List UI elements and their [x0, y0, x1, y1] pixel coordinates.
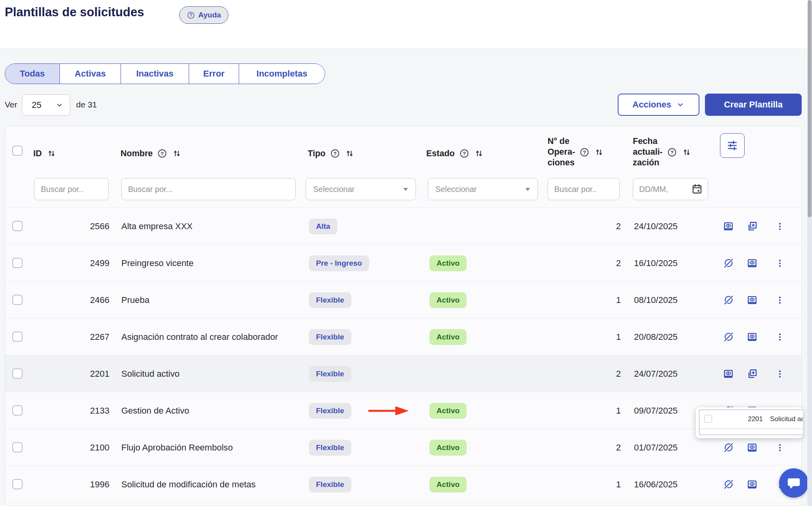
question-circle-icon[interactable]: ? [667, 147, 677, 157]
topbar: Plantillas de solicitudes ? Ayuda [0, 0, 812, 49]
help-button[interactable]: ? Ayuda [179, 6, 228, 24]
sort-icon[interactable] [474, 148, 484, 159]
drag-ghost-checkbox [704, 415, 712, 423]
sort-icon[interactable] [345, 148, 355, 159]
row-checkbox[interactable] [12, 405, 23, 416]
chat-button[interactable] [779, 468, 808, 498]
row-checkbox[interactable] [12, 221, 23, 231]
column-settings-button[interactable] [720, 133, 745, 158]
svg-text:?: ? [333, 151, 337, 157]
sort-icon[interactable] [682, 147, 692, 157]
row-operaciones: 1 [576, 466, 621, 503]
row-fecha: 24/07/2025 [634, 355, 678, 392]
tab-inactivas[interactable]: Inactivas [121, 64, 189, 84]
actions-button-label: Acciones [632, 100, 671, 110]
filter-nombre-input[interactable] [121, 178, 296, 200]
more-actions-button[interactable] [775, 208, 785, 245]
row-checkbox[interactable] [12, 368, 23, 379]
estado-badge: Activo [429, 329, 467, 345]
filter-fecha-input[interactable]: DD/MM, [633, 178, 708, 200]
row-name: Solicitud de modificación de metas [121, 466, 280, 503]
chat-bubble-icon [786, 475, 801, 491]
column-header-operaciones: N° de Opera- ciones ? [548, 136, 604, 168]
templates-table: ID Nombre ? Tipo ? Estado ? N° de Opera-… [5, 126, 802, 506]
question-circle-icon[interactable]: ? [459, 148, 469, 159]
row-fecha: 09/07/2025 [634, 392, 678, 429]
sort-icon[interactable] [46, 148, 57, 159]
eye-preview-icon[interactable] [746, 282, 758, 318]
row-name: Flujo Aprobación Reembolso [121, 429, 280, 466]
more-actions-button[interactable] [775, 282, 785, 318]
more-actions-button[interactable] [775, 318, 785, 355]
row-name: Prueba [121, 282, 280, 318]
row-id: 2499 [34, 245, 109, 282]
calendar-icon [691, 183, 703, 195]
watch-off-icon[interactable] [722, 466, 734, 503]
page-title: Plantillas de solicitudes [5, 5, 144, 19]
create-template-button[interactable]: Crear Plantilla [705, 94, 802, 116]
estado-badge: Activo [429, 255, 467, 271]
row-name: Asignación contrato al crear colaborador [121, 318, 280, 355]
page-size-select[interactable]: 25 [22, 94, 70, 116]
eye-preview-icon[interactable] [722, 208, 734, 245]
table-row: 2133 Gestion de Activo Flexible Activo 1… [5, 392, 801, 429]
filter-operaciones-input[interactable] [548, 178, 620, 200]
drag-ghost-id: 2201 [723, 415, 763, 423]
watch-off-icon[interactable] [722, 282, 734, 318]
estado-badge: Activo [429, 477, 467, 493]
row-name: Solicitud activo [121, 355, 280, 392]
scrollbar-track [807, 214, 812, 506]
estado-badge: Activo [429, 440, 467, 456]
filter-tipo-select[interactable]: Seleccionar [306, 178, 416, 200]
tipo-badge: Pre - Ingreso [309, 255, 369, 271]
svg-text:?: ? [583, 149, 586, 155]
sort-icon[interactable] [594, 147, 604, 157]
row-id: 2566 [34, 208, 109, 245]
question-circle-icon[interactable]: ? [157, 148, 167, 159]
scrollbar-thumb[interactable] [808, 0, 812, 217]
column-header-tipo: Tipo ? [308, 148, 355, 159]
question-circle-icon[interactable]: ? [330, 148, 340, 159]
duplicate-plus-icon[interactable] [746, 208, 758, 245]
tab-error[interactable]: Error [189, 64, 239, 84]
tab-incompletas[interactable]: Incompletas [239, 64, 325, 84]
eye-preview-icon[interactable] [722, 355, 734, 392]
tipo-badge: Flexible [309, 403, 351, 419]
filter-id-input[interactable] [34, 178, 109, 200]
watch-off-icon[interactable] [722, 245, 734, 282]
row-checkbox[interactable] [12, 295, 23, 305]
more-actions-button[interactable] [775, 245, 785, 282]
more-actions-button[interactable] [775, 355, 785, 392]
table-row: 2100 Flujo Aprobación Reembolso Flexible… [5, 429, 801, 466]
eye-preview-icon[interactable] [746, 466, 758, 503]
tab-todas[interactable]: Todas [5, 64, 60, 84]
row-operaciones: 2 [576, 355, 621, 392]
help-button-label: Ayuda [198, 11, 221, 19]
table-row: 2499 Preingreso vicente Pre - Ingreso Ac… [5, 244, 801, 281]
filter-estado-select[interactable]: Seleccionar [428, 178, 538, 200]
drag-ghost-name: Solicitud activ [770, 415, 803, 423]
watch-off-icon[interactable] [722, 318, 734, 355]
select-all-checkbox[interactable] [12, 146, 23, 156]
row-fecha: 24/10/2025 [634, 208, 678, 245]
eye-preview-icon[interactable] [746, 245, 758, 282]
chevron-down-icon [676, 100, 685, 109]
row-id: 1996 [34, 466, 109, 503]
sort-icon[interactable] [172, 148, 182, 159]
row-checkbox[interactable] [12, 332, 23, 342]
question-circle-icon: ? [187, 11, 195, 19]
column-header-nombre: Nombre ? [121, 148, 182, 159]
eye-preview-icon[interactable] [746, 318, 758, 355]
question-circle-icon[interactable]: ? [579, 147, 590, 157]
table-row-partial [5, 502, 801, 506]
svg-text:?: ? [670, 149, 674, 155]
actions-button[interactable]: Acciones [618, 94, 699, 116]
row-checkbox[interactable] [12, 442, 23, 452]
tipo-badge: Flexible [309, 292, 351, 308]
row-checkbox[interactable] [12, 258, 23, 268]
row-fecha: 16/10/2025 [634, 245, 678, 282]
tab-activas[interactable]: Activas [60, 64, 121, 84]
duplicate-plus-icon[interactable] [746, 355, 758, 392]
row-checkbox[interactable] [12, 479, 23, 489]
row-operaciones: 2 [576, 208, 621, 245]
